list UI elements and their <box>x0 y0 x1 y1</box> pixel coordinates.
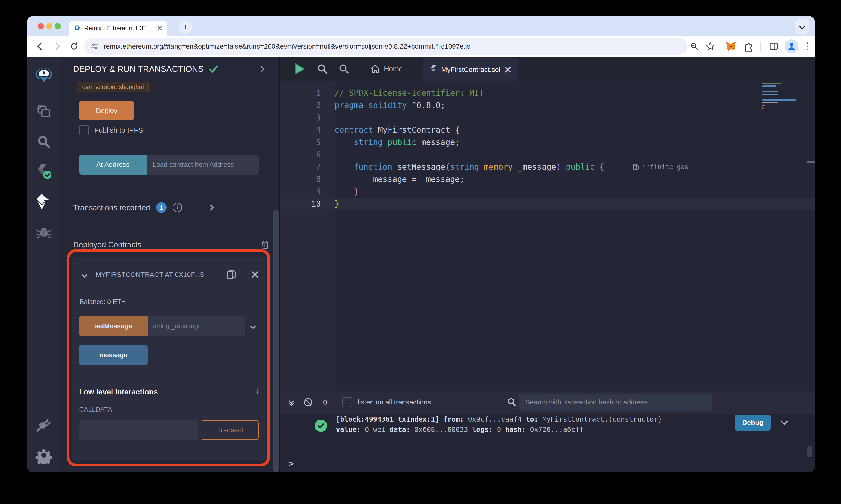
contract-name-label: MYFIRSTCONTRACT AT 0X10F...5 <box>96 271 224 278</box>
deploy-button[interactable]: Deploy <box>79 101 134 120</box>
code-line[interactable]: 6 <box>280 148 815 161</box>
publish-ipfs-checkbox[interactable] <box>79 125 89 136</box>
tab-file-label: MyFirstContract.sol <box>441 66 500 73</box>
at-address-button[interactable]: At Address <box>79 155 147 175</box>
reload-icon[interactable] <box>68 40 81 53</box>
low-level-label: Low level interactions <box>79 388 257 396</box>
setmessage-function-button[interactable]: setMessage <box>79 316 148 336</box>
tab-home[interactable]: Home <box>361 57 411 81</box>
tx-log-entry[interactable]: [block:4994361 txIndex:1] from: 0x9cf...… <box>336 414 662 435</box>
code-line[interactable]: 4contract MyFirstContract { <box>280 124 815 136</box>
code-line[interactable]: 2pragma solidity ^0.8.0; <box>280 99 815 111</box>
terminal-log: [block:4994361 txIndex:1] from: 0x9cf...… <box>280 414 815 472</box>
browser-tab[interactable]: Remix - Ethereum IDE <box>69 21 167 36</box>
panel-title: DEPLOY & RUN TRANSACTIONS <box>73 65 204 74</box>
file-explorer-icon[interactable] <box>27 99 61 124</box>
editor-scrollbar-thumb[interactable] <box>807 161 815 163</box>
browser-window: Remix - Ethereum IDE + remix.ethereum.or… <box>27 16 815 472</box>
zoom-window-button[interactable] <box>55 23 61 29</box>
url-bar[interactable]: remix.ethereum.org/#lang=en&optimize=fal… <box>84 38 687 55</box>
compile-success-check-icon <box>208 64 218 74</box>
terminal-search-input[interactable] <box>519 394 713 411</box>
terminal-scrollbar-thumb[interactable] <box>807 446 812 457</box>
code-line[interactable]: 9 } <box>280 185 815 198</box>
terminal-search-icon <box>507 397 517 408</box>
editor-minimap[interactable] <box>762 83 798 110</box>
evm-version-badge: evm version: shanghai <box>77 82 149 92</box>
gas-pump-icon <box>633 163 639 170</box>
zoom-out-icon[interactable] <box>314 57 330 81</box>
code-line[interactable]: 1// SPDX-License-Identifier: MIT <box>280 87 815 99</box>
zoom-in-icon[interactable] <box>336 57 352 81</box>
code-line[interactable]: 5 string public message; <box>280 136 815 148</box>
tab-close-icon[interactable] <box>157 25 163 31</box>
extensions-puzzle-icon[interactable] <box>742 39 756 53</box>
contract-balance-label: Balance: 0 ETH <box>80 298 126 306</box>
code-editor[interactable]: 1// SPDX-License-Identifier: MIT2pragma … <box>280 81 815 391</box>
settings-gear-icon[interactable] <box>27 443 61 468</box>
setmessage-expand-icon[interactable] <box>250 323 256 329</box>
code-lines: 1// SPDX-License-Identifier: MIT2pragma … <box>280 87 815 210</box>
low-level-info-icon[interactable]: i <box>257 388 259 396</box>
site-settings-icon[interactable] <box>90 42 99 51</box>
tab-home-label: Home <box>384 65 403 73</box>
at-address-input[interactable] <box>147 155 259 175</box>
plugin-manager-icon[interactable] <box>27 412 61 437</box>
back-icon[interactable] <box>34 40 47 53</box>
deployed-contract-card: MYFIRSTCONTRACT AT 0X10F...5 Balance: 0 … <box>72 257 266 461</box>
tab-search-button[interactable] <box>795 19 809 34</box>
zoom-page-icon[interactable] <box>687 39 701 53</box>
remove-contract-icon[interactable] <box>251 271 259 278</box>
side-panel-icon[interactable] <box>767 39 781 53</box>
search-icon[interactable] <box>27 130 61 155</box>
transact-button[interactable]: Transact <box>202 420 259 440</box>
editor-tabbar: Home MyFirstContract.sol <box>280 57 815 81</box>
forward-icon[interactable] <box>51 40 64 53</box>
tx-success-check-icon <box>315 419 327 432</box>
clear-terminal-icon[interactable] <box>303 397 313 407</box>
browser-menu-icon[interactable] <box>801 39 814 53</box>
code-line[interactable]: 8 message = _message; <box>280 173 815 185</box>
message-view-button[interactable]: message <box>79 345 148 365</box>
tab-file-active[interactable]: MyFirstContract.sol <box>423 58 518 81</box>
code-line[interactable]: 3 <box>280 111 815 124</box>
panel-expand-icon[interactable] <box>258 66 265 72</box>
tx-expand-icon[interactable] <box>782 419 787 425</box>
transactions-expand-icon[interactable] <box>208 204 214 211</box>
remix-logo-icon[interactable] <box>27 64 61 89</box>
code-line[interactable]: 7 function setMessage(string memory _mes… <box>280 161 815 173</box>
url-text: remix.ethereum.org/#lang=en&optimize=fal… <box>104 42 470 50</box>
copy-address-icon[interactable] <box>226 269 237 280</box>
transactions-info-icon[interactable]: i <box>173 203 182 212</box>
deploy-run-icon[interactable] <box>27 190 61 215</box>
close-window-button[interactable] <box>38 23 44 29</box>
terminal-prompt[interactable]: > <box>289 459 294 468</box>
clear-contracts-trash-icon[interactable] <box>260 239 270 250</box>
code-line[interactable]: 10} <box>280 198 815 210</box>
browser-toolbar: remix.ethereum.org/#lang=en&optimize=fal… <box>27 36 815 57</box>
terminal-count: 0 <box>323 398 327 406</box>
bookmark-star-icon[interactable] <box>703 39 717 53</box>
run-script-icon[interactable] <box>292 57 308 81</box>
calldata-input[interactable] <box>79 420 199 440</box>
publish-ipfs-label: Publish to IPFS <box>94 126 143 134</box>
setmessage-arg-input[interactable] <box>148 316 244 336</box>
debugger-icon[interactable] <box>27 220 61 245</box>
metamask-extension-icon[interactable] <box>724 39 738 53</box>
terminal-toolbar: 0 listen on all transactions <box>280 391 815 414</box>
minimize-window-button[interactable] <box>46 23 52 29</box>
calldata-label: CALLDATA <box>79 406 112 413</box>
panel-scrollbar[interactable] <box>273 210 279 472</box>
debug-button[interactable]: Debug <box>735 415 771 431</box>
editor-area: Home MyFirstContract.sol 1// SPDX-Licens… <box>279 57 815 472</box>
tab-file-close-icon[interactable] <box>504 66 511 73</box>
solidity-compiler-icon[interactable] <box>27 160 61 185</box>
collapse-terminal-icon[interactable] <box>290 399 293 405</box>
transactions-count-badge: 1 <box>156 202 167 213</box>
contract-collapse-icon[interactable] <box>81 272 87 278</box>
listen-transactions-checkbox[interactable] <box>342 397 353 407</box>
profile-avatar[interactable] <box>785 39 799 53</box>
listen-transactions-label: listen on all transactions <box>358 398 431 406</box>
new-tab-button[interactable]: + <box>179 20 192 34</box>
icon-sidebar <box>27 57 61 472</box>
